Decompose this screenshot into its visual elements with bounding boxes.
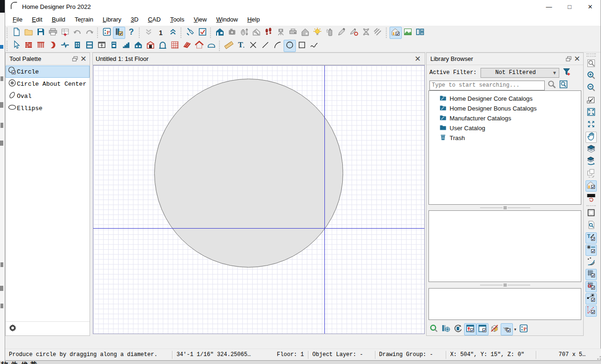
catalog-home-designer-bonus-catalogs[interactable]: Home Designer Bonus Catalogs <box>429 104 581 113</box>
show-preview-panel-button[interactable] <box>476 323 488 335</box>
fireplace-button[interactable] <box>144 40 157 52</box>
browse-online-catalogs-button[interactable] <box>440 323 452 335</box>
library-preferences-button[interactable]: P <box>518 323 530 335</box>
sculpt-terrain-button[interactable] <box>360 27 372 39</box>
close-drawing-icon[interactable]: ✕ <box>413 55 422 63</box>
resize-grip[interactable] <box>595 354 601 360</box>
menu-help[interactable]: Help <box>242 14 264 25</box>
current-floor-indicator[interactable]: 1 <box>155 27 167 39</box>
menu-3d[interactable]: 3D <box>126 14 143 25</box>
camera-view-button[interactable] <box>214 27 226 39</box>
update-catalogs-button[interactable] <box>452 323 464 335</box>
close-panel-icon[interactable]: ✕ <box>573 55 581 63</box>
soffit-button[interactable] <box>205 40 218 52</box>
project-browser-button[interactable]: P <box>101 27 113 39</box>
mouse-orbit-button[interactable] <box>238 27 250 39</box>
undo-button[interactable] <box>71 27 83 39</box>
zoom-in-button[interactable] <box>586 71 597 82</box>
dropdown-caret-icon[interactable]: ▾ <box>513 327 518 332</box>
save-plan-button[interactable] <box>35 27 47 39</box>
hatch-fill-button[interactable] <box>372 27 384 39</box>
zoom-out-button[interactable] <box>586 83 597 94</box>
cad-box-button[interactable] <box>296 40 308 52</box>
grid-display-button[interactable] <box>586 269 597 280</box>
menu-library[interactable]: Library <box>98 14 126 25</box>
cad-point-button[interactable] <box>247 40 259 52</box>
float-panel-icon[interactable] <box>564 55 573 63</box>
fixture-button[interactable] <box>108 40 120 52</box>
find-in-plan-button[interactable] <box>586 220 597 231</box>
stairs-button[interactable] <box>120 40 132 52</box>
auto-roof-button[interactable] <box>193 40 205 52</box>
deck-button[interactable] <box>169 40 181 52</box>
object-eyedropper-button[interactable] <box>348 27 360 39</box>
toggle-3d-preview-button[interactable] <box>488 323 501 335</box>
cabinet-button[interactable] <box>96 40 108 52</box>
search-library-button[interactable] <box>428 323 440 335</box>
zoom-tool-button[interactable] <box>586 59 597 70</box>
new-plan-button[interactable] <box>10 27 23 39</box>
add-filter-funnel-icon[interactable] <box>562 67 571 78</box>
swap-views-button[interactable] <box>586 168 597 179</box>
cad-line-button[interactable] <box>259 40 271 52</box>
cad-spline-button[interactable] <box>308 40 320 52</box>
floor-up-button[interactable] <box>167 27 179 39</box>
catalog-user-catalog[interactable]: User Catalog <box>429 123 581 133</box>
menu-terrain[interactable]: Terrain <box>70 14 98 25</box>
minimize-button[interactable]: — <box>539 0 559 13</box>
cad-arc-button[interactable] <box>271 40 284 52</box>
railing-button[interactable] <box>35 40 47 52</box>
library-browser-button[interactable] <box>113 27 125 39</box>
full-camera-button[interactable] <box>226 27 238 39</box>
catalog-trash[interactable]: Trash <box>429 133 581 143</box>
catalog-home-designer-core-catalogs[interactable]: Home Designer Core Catalogs <box>429 94 581 104</box>
record-walkthrough-button[interactable] <box>275 27 287 39</box>
color-onoff-button[interactable] <box>586 193 597 204</box>
snap-settings-button[interactable] <box>586 245 597 256</box>
grid-snaps-button[interactable] <box>586 281 597 292</box>
menu-file[interactable]: File <box>8 14 27 25</box>
cad-circle-button[interactable] <box>284 40 296 52</box>
final-view-button[interactable] <box>287 27 299 39</box>
palette-item-circle[interactable]: Circle <box>6 66 90 78</box>
plan-canvas[interactable] <box>93 65 425 334</box>
library-search-input[interactable] <box>429 81 545 90</box>
filter-dropdown[interactable]: Not Filtered ▼ <box>481 68 559 78</box>
help-button[interactable]: ? <box>125 27 137 39</box>
menu-window[interactable]: Window <box>211 14 242 25</box>
undo-zoom-button[interactable] <box>586 95 597 106</box>
menu-build[interactable]: Build <box>47 14 70 25</box>
roof-plane-button[interactable] <box>181 40 193 52</box>
temporary-dimensions-button[interactable]: T <box>586 232 597 244</box>
palette-item-ellipse[interactable]: Ellipse <box>6 102 90 114</box>
render-preview-button[interactable] <box>501 323 513 335</box>
catalog-manufacturer-catalogs[interactable]: Manufacturer Catalogs <box>429 113 581 123</box>
curved-wall-button[interactable] <box>47 40 59 52</box>
menu-edit[interactable]: Edit <box>27 14 47 25</box>
menu-tools[interactable]: Tools <box>165 14 189 25</box>
break-line-button[interactable] <box>59 40 71 52</box>
straight-wall-button[interactable] <box>23 40 35 52</box>
print-button[interactable] <box>47 27 59 39</box>
layer-display-button[interactable] <box>586 144 597 155</box>
fill-window-button[interactable] <box>586 107 597 119</box>
walkthrough-button[interactable] <box>263 27 275 39</box>
material-eyedropper-button[interactable] <box>336 27 348 39</box>
palette-settings-gear-icon[interactable] <box>8 323 17 334</box>
select-objects-button[interactable] <box>10 40 23 52</box>
menu-cad[interactable]: CAD <box>143 14 165 25</box>
print-preview-button[interactable] <box>59 27 71 39</box>
palette-item-circle-about-center[interactable]: Circle About Center <box>6 78 90 90</box>
angle-snaps-button[interactable] <box>586 305 597 317</box>
niche-button[interactable] <box>157 40 169 52</box>
search-icon[interactable] <box>547 80 556 91</box>
close-button[interactable]: ✕ <box>580 0 601 13</box>
default-settings-button[interactable] <box>184 27 196 39</box>
open-plan-button[interactable] <box>23 27 35 39</box>
reference-display-button[interactable] <box>586 156 597 167</box>
float-panel-icon[interactable] <box>71 55 79 63</box>
spray-material-button[interactable] <box>323 27 336 39</box>
preferences-check-button[interactable] <box>196 27 209 39</box>
text-tool-button[interactable]: T <box>235 40 247 52</box>
layer-options-button[interactable] <box>586 180 597 192</box>
